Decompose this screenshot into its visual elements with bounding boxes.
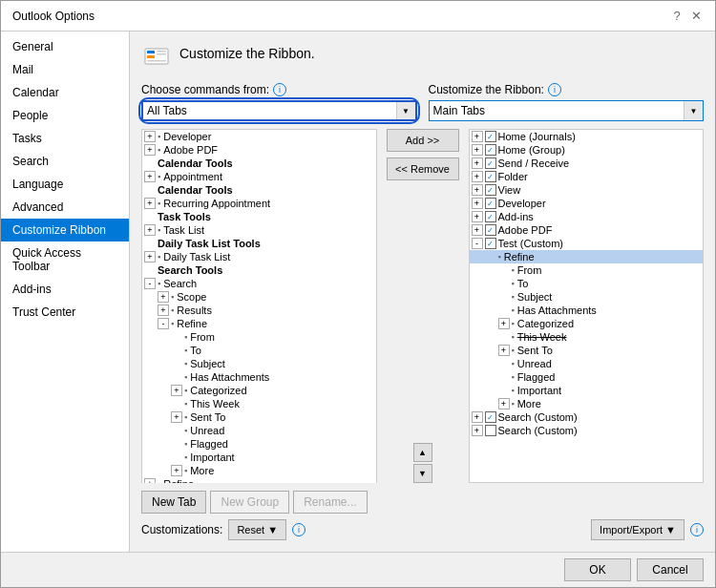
right-dropdown-input[interactable] [430,104,684,117]
right-tree-item[interactable]: +✓Home (Group) [470,143,704,157]
sidebar-item-quick-access-toolbar[interactable]: Quick Access Toolbar [1,242,129,278]
left-tree-item[interactable]: +▪Appointment [142,170,376,183]
left-tree-item[interactable]: +▪Adobe PDF [142,143,376,157]
left-info-icon[interactable]: i [273,83,286,96]
left-dropdown[interactable]: ▼ [141,100,417,121]
scroll-up-button[interactable]: ▲ [413,443,432,462]
left-dropdown-arrow[interactable]: ▼ [396,102,415,119]
left-dropdown-input[interactable] [143,104,396,117]
ok-button[interactable]: OK [564,558,631,581]
bottom-buttons-row: New Tab New Group Rename... [141,491,704,514]
right-tree-item[interactable]: +✓Home (Journals) [470,130,704,143]
right-tree-item[interactable]: +✓Developer [470,197,704,210]
left-tree-item[interactable]: +▪Developer [142,130,376,143]
left-tree-item[interactable]: ▪This Week [142,397,376,410]
sidebar-item-customize-ribbon[interactable]: Customize Ribbon [1,219,129,242]
right-tree-item[interactable]: ▪Unread [470,357,704,370]
cancel-button[interactable]: Cancel [637,558,704,581]
rename-button[interactable]: Rename... [293,491,367,514]
left-tree-item[interactable]: ▪Unread [142,424,376,437]
sidebar-item-language[interactable]: Language [1,173,129,196]
left-tree-item[interactable]: ▪Has Attachments [142,370,376,384]
right-tree-item[interactable]: +▪Sent To [470,344,704,357]
right-list-panel[interactable]: +✓Home (Journals)+✓Home (Group)+✓Send / … [469,129,705,483]
right-tree-item[interactable]: ▪Refine [470,250,704,263]
left-tree-item[interactable]: ▪To [142,344,376,357]
left-tree-item[interactable]: ▪Subject [142,357,376,370]
left-dropdown-container: ▼ [141,100,417,121]
reset-button[interactable]: Reset ▼ [228,519,286,540]
left-tree-item[interactable]: +▪Results [142,304,376,317]
customizations-info-icon[interactable]: i [292,523,305,536]
left-tree-item[interactable]: ▪From [142,330,376,344]
left-tree-item[interactable]: Daily Task List Tools [142,237,376,250]
new-group-button[interactable]: New Group [210,491,289,514]
panels-row: +▪Developer+▪Adobe PDFCalendar Tools+▪Ap… [141,129,704,483]
left-tree-item[interactable]: +▪Daily Task List [142,250,376,263]
import-export-info-icon[interactable]: i [690,523,704,536]
right-tree-item[interactable]: -✓Test (Custom) [470,237,704,250]
left-tree-item[interactable]: +▪Refine [142,477,376,483]
left-tree-item[interactable]: ▪Important [142,451,376,464]
help-button[interactable]: ? [669,9,684,24]
right-tree-item[interactable]: ▪Has Attachments [470,304,704,317]
svg-rect-3 [157,53,166,55]
right-info-icon[interactable]: i [548,83,561,96]
reset-label: Reset [237,524,264,536]
reset-dropdown-icon: ▼ [267,524,278,536]
sidebar-item-add-ins[interactable]: Add-ins [1,278,129,301]
remove-button[interactable]: << Remove [387,158,459,180]
sidebar-item-calendar[interactable]: Calendar [1,81,129,104]
left-list-panel[interactable]: +▪Developer+▪Adobe PDFCalendar Tools+▪Ap… [141,129,377,483]
right-tree-item[interactable]: +✓Send / Receive [470,157,704,170]
sidebar-item-mail[interactable]: Mail [1,58,129,81]
left-tree-item[interactable]: Task Tools [142,210,376,223]
svg-rect-2 [157,51,166,52]
left-tree-item[interactable]: +▪Scope [142,290,376,304]
left-tree-item[interactable]: +▪Sent To [142,410,376,424]
left-label-row: Choose commands from: i [141,83,417,96]
import-export-btn-container: Import/Export ▼ [591,519,684,540]
sidebar-item-general[interactable]: General [1,35,129,58]
new-tab-button[interactable]: New Tab [141,491,206,514]
sidebar-item-people[interactable]: People [1,104,129,127]
sidebar-item-trust-center[interactable]: Trust Center [1,301,129,324]
sidebar-item-search[interactable]: Search [1,150,129,173]
left-tree-item[interactable]: +▪Categorized [142,384,376,397]
right-tree-item[interactable]: ▪This Week [470,330,704,344]
right-tree-item[interactable]: +✓View [470,183,704,197]
right-tree-item[interactable]: +▪More [470,397,704,410]
left-tree-item[interactable]: ▪Flagged [142,437,376,451]
right-dropdown-arrow[interactable]: ▼ [684,101,703,120]
right-tree-item[interactable]: +✓Add-ins [470,210,704,223]
add-button[interactable]: Add >> [387,129,459,152]
left-tree-item[interactable]: +▪More [142,464,376,477]
left-tree-item[interactable]: Calendar Tools [142,183,376,197]
scroll-down-button[interactable]: ▼ [413,464,432,483]
right-tree-item[interactable]: ▪Flagged [470,370,704,384]
right-tree-item[interactable]: +✓Adobe PDF [470,223,704,237]
right-tree-item[interactable]: +▪Categorized [470,317,704,330]
left-tree-item[interactable]: Search Tools [142,263,376,277]
right-tree-item[interactable]: ▪To [470,277,704,290]
left-tree-item[interactable]: +▪Recurring Appointment [142,197,376,210]
middle-buttons: Add >> << Remove ▲ ▼ [385,129,461,483]
dialog-title: Outlook Options [12,10,95,23]
title-bar-controls: ? ✕ [669,9,704,24]
import-export-button[interactable]: Import/Export ▼ [591,519,684,540]
close-button[interactable]: ✕ [688,9,704,24]
right-tree-item[interactable]: ▪Important [470,384,704,397]
left-tree-item[interactable]: Calendar Tools [142,157,376,170]
svg-rect-4 [147,55,155,58]
right-tree-item[interactable]: ▪Subject [470,290,704,304]
right-dropdown[interactable]: ▼ [429,100,705,121]
left-tree-item[interactable]: +▪Task List [142,223,376,237]
right-tree-item[interactable]: +Search (Custom) [470,424,704,437]
right-tree-item[interactable]: +✓Folder [470,170,704,183]
left-tree-item[interactable]: -▪Refine [142,317,376,330]
right-tree-item[interactable]: ▪From [470,263,704,277]
sidebar-item-tasks[interactable]: Tasks [1,127,129,150]
right-tree-item[interactable]: +✓Search (Custom) [470,410,704,424]
left-tree-item[interactable]: -▪Search [142,277,376,290]
sidebar-item-advanced[interactable]: Advanced [1,196,129,219]
